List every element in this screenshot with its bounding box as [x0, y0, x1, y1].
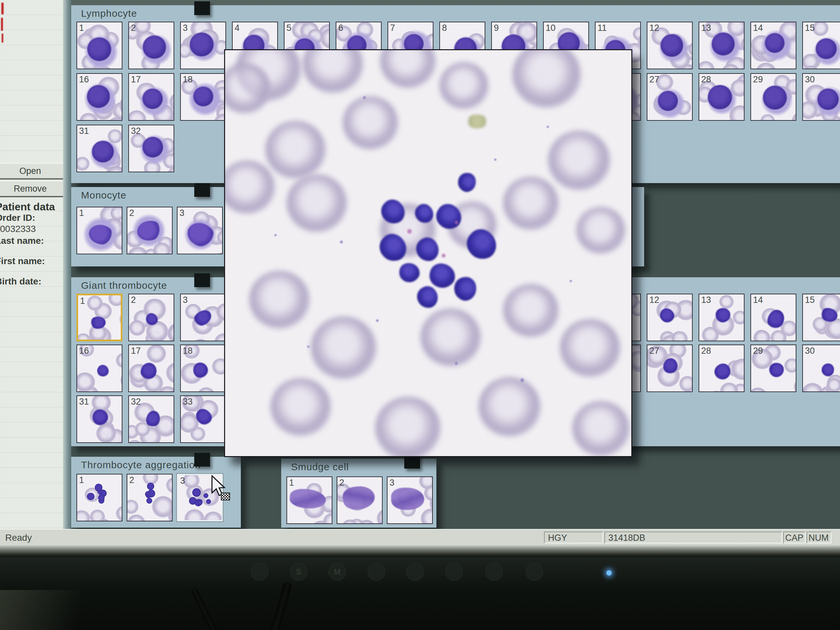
ov-rbc-cell	[375, 397, 441, 457]
rbc-cell	[185, 509, 204, 521]
thumbnail[interactable]: 27	[647, 344, 693, 392]
thumbnail[interactable]: 18	[180, 73, 226, 121]
open-button[interactable]: Open	[0, 163, 64, 179]
thumbnail[interactable]: 3	[387, 477, 433, 524]
first-name-label: First name:	[0, 256, 45, 267]
thumbnail[interactable]: 2	[127, 207, 172, 254]
thumbnail[interactable]: 32	[128, 125, 174, 172]
rbc-cell	[96, 424, 116, 443]
thumbnail[interactable]: 2	[128, 22, 174, 69]
thumbnail[interactable]: 3	[180, 22, 226, 69]
nucleus-cell	[87, 38, 111, 61]
ov-rbc-cell	[548, 131, 610, 190]
rbc-cell	[699, 61, 715, 69]
thumbnail[interactable]: 3	[180, 294, 226, 341]
thumbnail-number: 8	[442, 23, 447, 33]
rbc-cell	[377, 509, 382, 524]
thumbnail[interactable]: 14	[750, 294, 796, 341]
nucleus-cell	[193, 87, 213, 106]
thumbnail[interactable]: 31	[76, 395, 122, 443]
thumbnail[interactable]: 2	[128, 294, 174, 341]
rbc-cell	[76, 333, 90, 341]
thumbnail[interactable]: 30	[802, 73, 840, 121]
ov-rbc-cell	[270, 378, 331, 436]
thumbnail[interactable]: 17	[128, 344, 174, 392]
panel-notch	[194, 453, 210, 467]
rbc-cell	[116, 353, 122, 368]
thumbnail[interactable]: 2	[127, 474, 172, 521]
thumbnail[interactable]: 16	[76, 344, 122, 392]
thumbnail-number: 13	[701, 23, 711, 33]
thumbnail[interactable]: 32	[128, 395, 174, 443]
monitor-button	[526, 563, 543, 581]
ov-rbc-cell	[311, 316, 376, 379]
thumbnail-number: 15	[805, 295, 815, 305]
monitor-button	[445, 563, 463, 581]
thumbnail-number: 3	[180, 476, 185, 486]
thumbnail-number: 16	[79, 74, 89, 85]
thumbnail[interactable]: 14	[750, 22, 796, 69]
patient-data-title: Patient data	[0, 201, 55, 213]
thumbnail[interactable]: 1	[76, 474, 122, 521]
dot-cell	[197, 500, 203, 505]
thumbnail-number: 3	[183, 295, 188, 305]
thumbnail[interactable]: 2	[337, 477, 382, 524]
thumbnail[interactable]: 29	[750, 73, 796, 121]
thumbnail[interactable]: 12	[647, 22, 693, 69]
ov-platelet-cell	[458, 173, 476, 192]
thumbnail[interactable]: 28	[699, 73, 745, 121]
thumbnail-number: 2	[131, 23, 136, 33]
cable	[259, 581, 293, 630]
nucleus-cell	[142, 137, 163, 158]
rbc-cell	[166, 477, 172, 493]
blob-cell	[391, 487, 424, 510]
remove-button[interactable]: Remove	[0, 181, 64, 197]
thumbnail[interactable]: 31	[76, 125, 122, 172]
order-id-label: Order ID:	[0, 213, 35, 223]
thumbnail[interactable]: 1	[76, 22, 122, 69]
thumbnail[interactable]: 13	[699, 22, 745, 69]
thumbnail[interactable]: 30	[802, 344, 840, 392]
thumbnail[interactable]: 33	[180, 395, 226, 443]
rbc-cell	[147, 344, 166, 363]
nucleus-cell	[92, 141, 114, 163]
thumbnail[interactable]: 29	[750, 344, 796, 392]
thumbnail[interactable]: 28	[699, 344, 745, 392]
ov-rbc-cell	[478, 377, 541, 437]
power-led	[606, 570, 612, 576]
thumbnail[interactable]: 16	[76, 73, 122, 121]
thumbnail[interactable]: 18	[180, 344, 226, 392]
ov-rbc-cell	[249, 271, 310, 329]
ov-rbc-cell	[265, 121, 326, 179]
magnified-cell-view[interactable]	[224, 49, 632, 457]
rbc-cell	[812, 22, 829, 36]
desk-reflection	[0, 590, 112, 630]
sidebar-divider	[63, 0, 71, 529]
nucleus-cell	[712, 33, 735, 55]
thumbnail[interactable]: 13	[699, 294, 745, 341]
thumbnail-number: 18	[183, 74, 193, 85]
last-name-label: Last name:	[0, 235, 44, 246]
thumbnail-number: 13	[701, 295, 711, 305]
thumbnail[interactable]: 1	[76, 294, 122, 341]
thumbnail[interactable]: 12	[647, 294, 693, 341]
thumbnail[interactable]: 27	[647, 73, 693, 121]
thumbnail-number: 31	[79, 397, 89, 407]
thumbnail[interactable]: 15	[802, 294, 840, 341]
thumbnail[interactable]: 1	[286, 477, 332, 524]
rbc-cell	[795, 339, 796, 341]
thumbnail-number: 1	[80, 296, 85, 306]
thumbnail-number: 27	[649, 346, 659, 356]
thumbnail-number: 15	[805, 23, 815, 33]
thumbnail[interactable]: 1	[76, 207, 122, 254]
ov-rbc-cell	[303, 49, 363, 93]
thumbnail-number: 17	[131, 74, 141, 85]
ov-rbc-cell	[512, 49, 581, 108]
thumbnail[interactable]: 3	[177, 207, 223, 254]
ov-rbc-cell	[503, 284, 559, 337]
thumbnail[interactable]: 17	[128, 73, 174, 121]
status-bar: Ready HGY 31418DB CAP NUM	[0, 529, 840, 546]
thumbnail[interactable]: 15	[802, 22, 840, 69]
nucleus-cell	[816, 38, 836, 59]
ov-pink-cell	[442, 254, 445, 257]
